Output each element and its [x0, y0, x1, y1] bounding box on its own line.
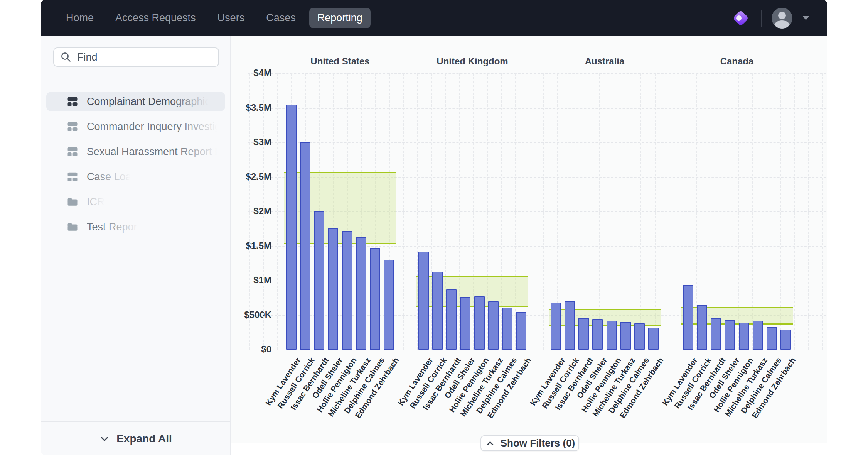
app-window: Home Access Requests Users Cases Reporti…	[41, 0, 827, 455]
grid-line-horizontal	[248, 350, 826, 350]
chevron-down-icon[interactable]	[802, 16, 809, 20]
bar[interactable]	[648, 328, 659, 350]
y-axis-tick-label: $4M	[233, 68, 271, 78]
show-filters-button[interactable]: Show Filters (0)	[480, 435, 579, 451]
folder-icon	[67, 221, 78, 233]
bar[interactable]	[356, 237, 366, 350]
search-input[interactable]	[77, 51, 214, 63]
bar[interactable]	[767, 327, 777, 350]
y-axis-tick-label: $1.5M	[233, 240, 271, 251]
label-fade	[91, 171, 137, 183]
bar[interactable]	[446, 289, 457, 350]
label-fade	[99, 221, 145, 233]
nav-divider	[761, 10, 762, 27]
folder-icon	[67, 196, 78, 208]
bar[interactable]	[516, 312, 526, 350]
bar[interactable]	[634, 323, 645, 350]
grouped-bar-chart: $4M$3.5M$3M$2.5M$2M$1.5M$1M$500K$0United…	[231, 36, 827, 443]
bar[interactable]	[314, 211, 324, 350]
bar[interactable]	[300, 142, 310, 350]
grid-line-vertical	[808, 73, 809, 350]
bar[interactable]	[418, 252, 429, 350]
bar[interactable]	[592, 319, 603, 350]
user-avatar[interactable]	[772, 8, 792, 29]
y-axis-tick-label: $1M	[233, 275, 271, 286]
sidebar-item-icrs[interactable]: ICRS	[46, 192, 225, 211]
report-dashboard-icon	[67, 96, 78, 107]
nav-item-reporting[interactable]: Reporting	[309, 8, 371, 28]
bar[interactable]	[342, 231, 352, 350]
grid-line-vertical	[613, 73, 613, 350]
grid-line-vertical	[403, 73, 404, 350]
bar[interactable]	[753, 321, 763, 350]
bar[interactable]	[739, 323, 749, 350]
sidebar-search[interactable]	[53, 47, 219, 67]
sidebar-item-label: Complainant Demographics	[87, 96, 215, 108]
bar[interactable]	[502, 308, 512, 350]
grid-line-vertical	[431, 73, 432, 350]
grid-line-vertical	[249, 73, 250, 350]
grid-line-vertical	[487, 73, 488, 350]
y-axis-tick-label: $3.5M	[233, 102, 271, 113]
sidebar-item-label: Case Load	[87, 171, 137, 183]
nav-items: Home Access Requests Users Cases Reporti…	[41, 8, 371, 28]
bar[interactable]	[697, 305, 707, 350]
avatar-head	[778, 12, 786, 19]
expand-all-button[interactable]: Expand All	[41, 421, 230, 455]
bar[interactable]	[565, 301, 575, 350]
report-dashboard-icon	[67, 171, 78, 183]
bar[interactable]	[683, 285, 693, 350]
nav-item-access-requests[interactable]: Access Requests	[107, 8, 204, 28]
app-logo-diamond-icon	[731, 8, 751, 28]
bar[interactable]	[432, 272, 443, 350]
bar[interactable]	[460, 297, 470, 350]
grid-line-vertical	[669, 73, 669, 350]
bar[interactable]	[711, 318, 721, 350]
chevron-up-icon	[485, 438, 496, 449]
label-fade	[87, 196, 112, 208]
bar[interactable]	[286, 105, 297, 350]
sidebar-item-commander-inquery-investigation[interactable]: Commander Inquery Investiga	[46, 117, 225, 136]
grid-line-vertical	[529, 73, 529, 350]
bar[interactable]	[620, 322, 631, 350]
nav-right-cluster	[731, 8, 827, 29]
grid-line-vertical	[263, 73, 264, 350]
nav-item-users[interactable]: Users	[209, 8, 253, 28]
grid-line-vertical	[627, 73, 627, 350]
grid-line-vertical	[822, 73, 823, 350]
sidebar-item-sexual-harassment-report[interactable]: Sexual Harassment Report Da	[46, 142, 225, 161]
group-title: United Kingdom	[437, 56, 508, 67]
grid-line-vertical	[543, 73, 544, 350]
sidebar-item-test-reports[interactable]: Test Reports	[46, 217, 225, 237]
bar[interactable]	[384, 260, 394, 350]
bar[interactable]	[474, 296, 485, 350]
grid-line-vertical	[599, 73, 600, 350]
sidebar-item-complainant-demographics[interactable]: Complainant Demographics	[46, 92, 225, 111]
y-axis-tick-label: $2M	[233, 206, 271, 217]
grid-line-vertical	[473, 73, 474, 350]
nav-item-home[interactable]: Home	[58, 8, 102, 28]
sidebar-item-case-load[interactable]: Case Load	[46, 167, 225, 186]
nav-item-cases[interactable]: Cases	[258, 8, 304, 28]
label-fade	[178, 146, 224, 158]
y-axis-tick-label: $3M	[233, 137, 271, 147]
sidebar-item-label: ICRS	[87, 196, 112, 208]
grid-line-vertical	[417, 73, 418, 350]
report-dashboard-icon	[67, 146, 78, 157]
label-fade	[169, 96, 215, 108]
grid-line-vertical	[655, 73, 656, 350]
label-fade	[178, 121, 224, 133]
bar[interactable]	[328, 228, 338, 350]
bar[interactable]	[725, 320, 735, 350]
y-axis-tick-label: $2.5M	[233, 171, 271, 182]
bar[interactable]	[370, 248, 380, 350]
report-canvas: $4M$3.5M$3M$2.5M$2M$1.5M$1M$500K$0United…	[231, 36, 827, 455]
bar[interactable]	[578, 318, 589, 350]
bar[interactable]	[488, 301, 499, 350]
bar[interactable]	[780, 330, 791, 350]
bar[interactable]	[607, 321, 617, 350]
sidebar-item-label: Test Reports	[87, 221, 145, 233]
grid-line-vertical	[640, 73, 641, 350]
avatar-shoulders	[774, 20, 790, 29]
bar[interactable]	[551, 303, 561, 350]
